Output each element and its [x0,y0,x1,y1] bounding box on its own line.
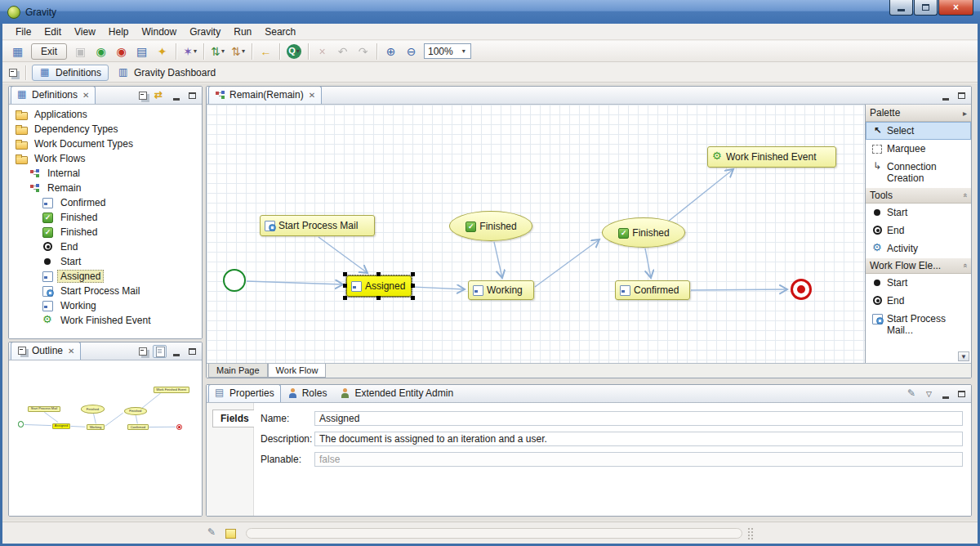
palette-pin-icon[interactable]: ▸ [963,109,967,118]
menu-item[interactable]: Run [227,25,258,39]
open-perspective-icon[interactable] [7,67,20,78]
perspective-tab[interactable]: Gravity Dashboard [110,65,223,81]
selection-handle[interactable] [376,272,381,276]
key-icon[interactable]: ✦ [153,43,172,60]
view-minimize-button[interactable] [169,89,183,102]
diagram-node-finished[interactable]: Finished [449,211,532,241]
palette-entry[interactable]: End [866,292,971,310]
zoom-out-icon[interactable]: ⊖ [402,43,421,60]
tree-item[interactable]: Applications [9,107,202,122]
pin-properties-button[interactable] [906,387,920,401]
run-query-icon[interactable]: Q▾ [287,44,301,59]
definitions-view-tab[interactable]: Definitions ✕ [11,86,96,104]
dropdown-arrow-icon[interactable]: ▾ [462,47,466,55]
perspective-tab[interactable]: Definitions [32,65,109,81]
zoom-in-icon[interactable]: ⊕ [381,43,400,60]
note-icon[interactable] [224,527,236,539]
editor-page-tab[interactable]: Work Flow [268,364,327,378]
tree-item[interactable]: Work Flows [9,151,202,166]
palette-section-workflow[interactable]: Work Flow Ele... « [866,257,971,274]
tree-item[interactable]: Start Process Mail [9,284,202,298]
view-minimize-button[interactable] [169,345,183,358]
tree-item[interactable]: Working [9,298,202,313]
diagram-canvas[interactable]: Start Process MailAssignedWorkingFinishe… [207,105,865,363]
outline-overview-mode-button[interactable] [153,345,167,358]
outline-tree-mode-button[interactable] [136,345,150,358]
diagram-node-end[interactable] [791,279,812,300]
dropdown-arrow-icon[interactable]: ▾ [296,47,300,55]
diagram-node-working[interactable]: Working [468,280,534,300]
palette-entry[interactable]: End [866,222,971,239]
selection-handle[interactable] [343,272,347,276]
stop-engine-icon[interactable]: ◉ [112,43,131,60]
log-book-icon[interactable]: ▤ [132,43,151,60]
tree-item[interactable]: End [9,239,202,254]
selection-handle[interactable] [411,296,415,300]
tree-item[interactable]: Confirmed [9,195,202,210]
outline-canvas[interactable]: Start Process MailAssignedWorkingFinishe… [9,360,202,516]
tree-item[interactable]: Dependency Types [9,122,202,136]
tree-item[interactable]: Assigned [9,269,202,284]
fast-view-icon[interactable] [207,527,219,539]
selection-handle[interactable] [411,272,415,276]
tree-item[interactable]: Finished [9,210,202,225]
editor-minimize-button[interactable] [938,89,952,102]
menu-item[interactable]: View [68,25,102,39]
palette-header[interactable]: Palette ▸ [866,105,971,122]
field-input[interactable]: false [314,452,963,467]
view-maximize-button[interactable] [955,387,969,401]
diagram-node-start-process-mail[interactable]: Start Process Mail [260,215,375,236]
field-input[interactable]: The document is assigned to an iteration… [314,432,963,446]
palette-entry[interactable]: Start [866,274,971,292]
undo-icon[interactable]: ↶ [333,43,352,60]
outline-view-tab[interactable]: Outline ✕ [11,342,81,360]
close-icon[interactable]: ✕ [68,347,74,356]
menu-item[interactable]: Help [102,25,136,39]
new-definition-icon[interactable]: ▦ [8,43,27,60]
close-icon[interactable]: ✕ [82,91,89,100]
palette-tool[interactable]: Connection Creation [866,158,971,187]
tree-item[interactable]: Work Finished Event [9,313,202,328]
view-menu-button[interactable]: ▽ [922,387,936,401]
editor-maximize-button[interactable] [955,89,969,102]
palette-tool[interactable]: Marquee [866,140,971,158]
properties-view-tab[interactable]: Roles [281,384,334,402]
collapse-all-button[interactable] [136,89,150,102]
status-bar-grip[interactable] [747,527,753,539]
editor-tab[interactable]: Remain(Remain) ✕ [208,86,322,104]
view-maximize-button[interactable] [185,345,199,358]
editor-page-tab[interactable]: Main Page [208,364,268,378]
diagram-node-confirmed[interactable]: Confirmed [615,280,690,300]
delete-icon[interactable]: × [313,43,332,60]
palette-scroll-down-button[interactable]: ▼ [958,351,969,361]
tree-item[interactable]: Finished [9,225,202,239]
save-icon[interactable]: ▣ [71,43,90,60]
wizard-icon[interactable]: ✶▾ [180,43,199,60]
redo-icon[interactable]: ↷ [354,43,372,60]
export-icon[interactable]: ⇅▾ [229,43,247,60]
palette-entry[interactable]: Start Process Mail... [866,310,971,339]
import-icon[interactable]: ⇅▾ [208,43,227,60]
palette-entry[interactable]: Start [866,204,971,222]
menu-item[interactable]: File [9,25,38,39]
properties-view-tab[interactable]: Extended Entity Admin [333,384,460,402]
properties-view-tab[interactable]: Properties [208,384,281,402]
diagram-node-work-finished-event[interactable]: Work Finished Event [707,146,836,168]
selection-handle[interactable] [343,284,347,288]
dropdown-arrow-icon[interactable]: ▾ [221,47,225,55]
diagram-node-assigned[interactable]: Assigned [346,275,412,297]
view-maximize-button[interactable] [185,89,199,102]
field-input[interactable]: Assigned [314,411,963,426]
selection-handle[interactable] [411,284,415,288]
back-arrow-icon[interactable]: ← [256,43,275,60]
selection-handle[interactable] [376,296,381,300]
tree-item[interactable]: Start [9,254,202,269]
palette-tool[interactable]: Select [866,122,971,140]
minimize-button[interactable] [889,0,913,16]
fields-tab[interactable]: Fields [212,410,254,427]
zoom-combobox[interactable]: 100%▾ [424,43,471,59]
exit-button[interactable]: Exit [31,43,67,60]
link-with-editor-button[interactable] [153,89,167,102]
maximize-button[interactable] [914,0,938,16]
palette-entry[interactable]: Activity [866,239,971,257]
